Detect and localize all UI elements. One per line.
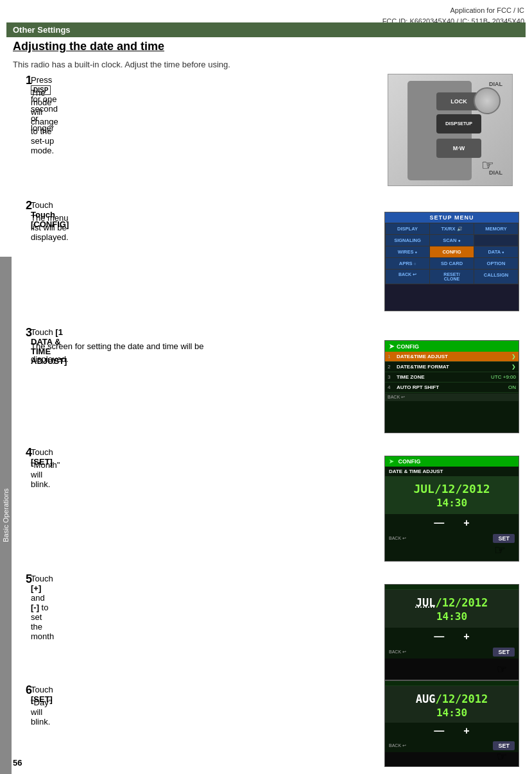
dt-date-display: JUL/12/2012 (385, 477, 519, 497)
dt3-back[interactable]: BACK ↩ (389, 743, 406, 748)
step-1-detail: The mode will change to the set-up mode. (31, 88, 58, 155)
dt2-bottom: BACK ↩ SET (385, 646, 519, 658)
sidebar: Basic Operations (0, 257, 12, 774)
setup-cell-empty1 (474, 235, 518, 246)
dial-top-label: DIAL (489, 81, 502, 87)
setup-cell-config: CONFIG (430, 246, 474, 257)
sidebar-label: Basic Operations (2, 488, 10, 542)
config-row-4: 4 AUTO RPT SHIFT ON (385, 383, 519, 393)
dt-time-display: 14:30 (385, 497, 519, 514)
setup-grid: DISPLAY TX/RX 🔊 MEMORY SIGNALING SCAN ● … (385, 223, 519, 284)
setup-cell-data: DATA ● (474, 246, 518, 257)
dt2-plus[interactable]: + (463, 631, 469, 642)
hand-cursor-4: ☞ (494, 542, 506, 558)
dt3-time: 14:30 (385, 707, 519, 723)
mw-button-img: M·W (436, 139, 481, 158)
section-title: Other Settings (13, 25, 71, 35)
dt2-minus[interactable]: — (434, 631, 444, 642)
hand-cursor-1: ☞ (481, 157, 494, 174)
dt2-rest: /12/2012 (435, 596, 488, 609)
section-bar: Other Settings (6, 22, 526, 37)
setup-cell-memory: MEMORY (474, 223, 518, 234)
header-line1: Application for FCC / IC (382, 5, 524, 16)
datetime-screen-image: ➤ CONFIG DATE & TIME ADJUST JUL/12/2012 … (384, 456, 519, 562)
config-menu-image: ➤ CONFIG 1 DATE&TIME ADJUST ❯ 2 DATE&TIM… (384, 340, 519, 433)
setup-cell-scan: SCAN ● (430, 235, 474, 246)
dt2-date: JUL/12/2012 (385, 590, 519, 610)
dt-config-title: ➤ CONFIG (385, 456, 519, 467)
setup-cell-txrx: TX/RX 🔊 (430, 223, 474, 234)
setup-cell-option: OPTION (474, 258, 518, 269)
step-5-instruction: Touch [+] and [-] to set the month (31, 574, 54, 641)
dt3-plus[interactable]: + (463, 725, 469, 737)
dt3-minus[interactable]: — (434, 725, 444, 737)
step-6-detail: "Day" will blink. (31, 698, 51, 727)
config-row-3: 3 TIME ZONE UTC +9:00 (385, 372, 519, 383)
dt-row-label: DATE & TIME ADJUST (385, 467, 519, 477)
datetime-screen2-image: JUL/12/2012 14:30 — + BACK ↩ SET ☞ (384, 584, 519, 680)
dt-plus-btn[interactable]: + (463, 517, 469, 529)
step-4-detail: "Month" will blink. (31, 460, 60, 489)
radio-dial (474, 87, 501, 114)
setup-cell-wires: WIRES ● (386, 246, 429, 257)
setup-cell-back: BACK ↩ (386, 270, 429, 284)
hand-cursor-5: ☞ (497, 662, 507, 676)
setup-cell-signaling: SIGNALING (386, 235, 429, 246)
dt-minus-btn[interactable]: — (434, 517, 444, 529)
dt2-back[interactable]: BACK ↩ (389, 649, 406, 655)
config-row-1: 1 DATE&TIME ADJUST ❯ (385, 352, 519, 362)
main-title: Adjusting the date and time (13, 40, 164, 53)
setup-cell-sdcard: SD CARD (430, 258, 474, 269)
dt2-controls: — + (385, 628, 519, 646)
radio-device-image: LOCK DISPSETUP M·W DIAL DIAL ☞ (388, 74, 513, 186)
disp-button-img: DISPSETUP (436, 114, 481, 133)
dt2-time: 14:30 (385, 610, 519, 628)
dt2-set[interactable]: SET (493, 648, 515, 657)
config-row-2: 2 DATE&TIME FORMAT ❯ (385, 362, 519, 372)
setup-cell-display: DISPLAY (386, 223, 429, 234)
dt3-set[interactable]: SET (493, 741, 515, 750)
subtitle: This radio has a built-in clock. Adjust … (13, 60, 230, 69)
dt3-controls: — + (385, 723, 519, 739)
setup-cell-reset: RESET/CLONE (430, 270, 474, 284)
datetime-screen3-image: AUG/12/2012 14:30 — + BACK ↩ SET ☞ (384, 680, 519, 767)
step-3-detail: The screen for setting the date and time… (31, 340, 217, 365)
dt3-date: AUG/12/2012 (385, 686, 519, 707)
setup-cell-aprs: APRS ○ (386, 258, 429, 269)
setup-menu-title: SETUP MENU (385, 212, 519, 223)
dt2-jul: JUL (416, 596, 436, 609)
dt-controls: — + (385, 514, 519, 532)
setup-cell-callsign: CALLSIGN (474, 270, 518, 284)
dt-back-btn[interactable]: BACK ↩ (389, 536, 406, 541)
dt3-rest: /12/2012 (435, 692, 488, 705)
setup-menu-image: SETUP MENU DISPLAY TX/RX 🔊 MEMORY SIGNAL… (384, 212, 519, 311)
hand-cursor-6: ☞ (497, 750, 507, 764)
page-number: 56 (13, 758, 22, 768)
step-2-detail: The menu list will be displayed. (31, 213, 69, 242)
config-back-bar: BACK ↩ (385, 393, 519, 401)
dt-set-btn[interactable]: SET (493, 534, 515, 543)
config-title: ➤ CONFIG (385, 341, 519, 352)
dt3-aug: AUG (416, 692, 436, 705)
